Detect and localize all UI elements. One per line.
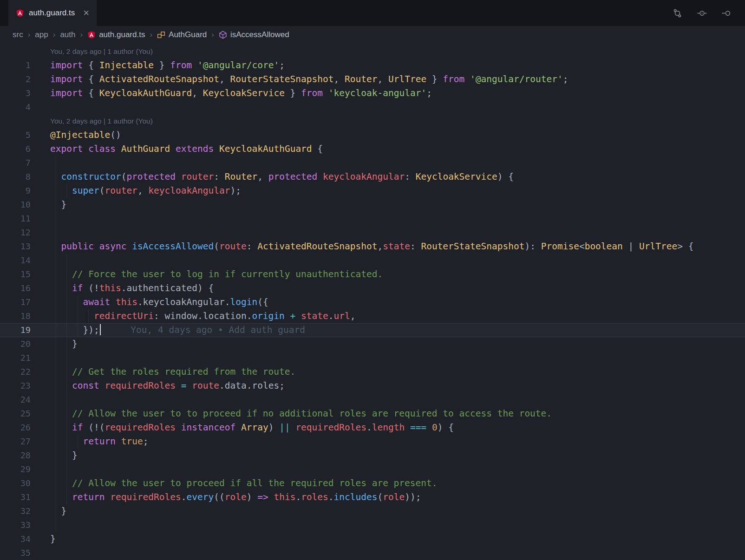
code-line[interactable]: 13 public async isAccessAllowed(route: A… (0, 240, 745, 254)
line-number[interactable]: 24 (0, 393, 31, 407)
code-line[interactable]: 16 if (!this.authenticated) { (0, 281, 745, 295)
code-line[interactable]: 8 constructor(protected router: Router, … (0, 170, 745, 184)
code-line[interactable]: 9 super(router, keycloakAngular); (0, 184, 745, 198)
code-line[interactable]: 4 (0, 100, 745, 114)
toggle-inline-blame-icon[interactable] (721, 8, 732, 19)
line-number[interactable]: 2 (0, 72, 31, 86)
open-changes-icon[interactable] (697, 8, 707, 19)
code-line[interactable]: 10 } (0, 198, 745, 212)
codelens-label[interactable]: You, 2 days ago | 1 author (You) (50, 47, 153, 55)
code-line[interactable]: 7 (0, 156, 745, 170)
line-number[interactable]: 14 (0, 254, 31, 267)
line-number[interactable]: 25 (0, 407, 31, 421)
breadcrumb-item-method[interactable]: isAccessAllowed (219, 30, 289, 39)
line-number[interactable]: 21 (0, 351, 31, 365)
line-number[interactable]: 4 (0, 100, 31, 114)
line-number[interactable]: 31 (0, 490, 31, 504)
line-number[interactable]: 3 (0, 86, 31, 100)
code-line[interactable]: 15 // Force the user to log in if curren… (0, 267, 745, 281)
line-number[interactable] (0, 114, 31, 128)
code-line[interactable]: 32 } (0, 504, 745, 518)
line-number[interactable]: 16 (0, 281, 31, 295)
line-number[interactable]: 35 (0, 546, 31, 560)
line-number[interactable]: 22 (0, 365, 31, 379)
breadcrumb-item-auth[interactable]: auth (60, 30, 75, 39)
code-token: class (88, 143, 116, 154)
line-number[interactable]: 29 (0, 462, 31, 476)
code-line[interactable]: 2import { ActivatedRouteSnapshot, Router… (0, 72, 745, 86)
close-icon[interactable]: × (83, 8, 89, 18)
line-number[interactable]: 34 (0, 532, 31, 546)
line-number[interactable]: 11 (0, 212, 31, 226)
code-line[interactable]: 12 (0, 226, 745, 240)
line-number[interactable]: 8 (0, 170, 31, 184)
line-number[interactable]: 19 (0, 323, 31, 337)
code-line[interactable]: 11 (0, 212, 745, 226)
code-line[interactable]: 26 if (!(requiredRoles instanceof Array)… (0, 421, 745, 435)
line-number[interactable]: 5 (0, 128, 31, 142)
line-number[interactable]: 10 (0, 198, 31, 212)
code-line[interactable]: 22 // Get the roles required from the ro… (0, 365, 745, 379)
code-token: role (225, 492, 247, 502)
line-number[interactable]: 32 (0, 504, 31, 518)
code-token: keycloakAngular (148, 185, 230, 196)
codelens-label[interactable]: You, 2 days ago | 1 author (You) (50, 117, 153, 125)
code-line[interactable]: 19 });You, 4 days ago • Add auth guard (0, 323, 745, 337)
line-number[interactable]: 15 (0, 267, 31, 281)
code-line[interactable]: 28 } (0, 449, 745, 462)
line-number[interactable]: 18 (0, 309, 31, 323)
codelens-row[interactable]: You, 2 days ago | 1 author (You) (0, 114, 745, 128)
breadcrumb-item-app[interactable]: app (35, 30, 48, 39)
line-number[interactable]: 28 (0, 449, 31, 462)
tab-auth-guard-ts[interactable]: auth.guard.ts × (8, 0, 97, 26)
code-text: } (50, 449, 745, 462)
code-token: } (50, 450, 78, 461)
code-token: ActivatedRouteSnapshot (99, 74, 219, 85)
code-token: if (72, 283, 83, 293)
code-line[interactable]: 23 const requiredRoles = route.data.role… (0, 379, 745, 393)
line-number[interactable]: 20 (0, 337, 31, 351)
breadcrumb-label: isAccessAllowed (230, 30, 289, 39)
code-line[interactable]: 18 redirectUri: window.location.origin +… (0, 309, 745, 323)
git-compare-icon[interactable] (672, 8, 683, 19)
code-line[interactable]: 33 (0, 518, 745, 532)
angular-icon (87, 31, 96, 39)
line-number[interactable]: 9 (0, 184, 31, 198)
line-number[interactable]: 33 (0, 518, 31, 532)
breadcrumb-item-file[interactable]: auth.guard.ts (87, 30, 145, 39)
line-number[interactable]: 23 (0, 379, 31, 393)
code-line[interactable]: 29 (0, 462, 745, 476)
code-token: ) (268, 422, 279, 433)
breadcrumb-item-class[interactable]: AuthGuard (157, 30, 207, 39)
code-line[interactable]: 34} (0, 532, 745, 546)
code-line[interactable]: 14 (0, 254, 745, 267)
line-number[interactable]: 1 (0, 59, 31, 72)
code-token: this (116, 297, 137, 307)
code-line[interactable]: 20 } (0, 337, 745, 351)
code-line[interactable]: 5@Injectable() (0, 128, 745, 142)
code-line[interactable]: 30 // Allow the user to proceed if all t… (0, 476, 745, 490)
line-number[interactable] (0, 45, 31, 59)
code-line[interactable]: 6export class AuthGuard extends Keycloak… (0, 142, 745, 156)
line-number[interactable]: 12 (0, 226, 31, 240)
code-line[interactable]: 35 (0, 546, 745, 560)
line-number[interactable]: 26 (0, 421, 31, 435)
code-line[interactable]: 21 (0, 351, 745, 365)
code-token: requiredRoles (105, 380, 176, 391)
code-token: === (410, 422, 426, 433)
code-line[interactable]: 24 (0, 393, 745, 407)
code-line[interactable]: 31 return requiredRoles.every((role) => … (0, 490, 745, 504)
code-line[interactable]: 1import { Injectable } from '@angular/co… (0, 59, 745, 72)
line-number[interactable]: 13 (0, 240, 31, 254)
line-number[interactable]: 30 (0, 476, 31, 490)
code-line[interactable]: 3import { KeycloakAuthGuard, KeycloakSer… (0, 86, 745, 100)
code-line[interactable]: 25 // Allow the user to to proceed if no… (0, 407, 745, 421)
line-number[interactable]: 27 (0, 435, 31, 449)
line-number[interactable]: 7 (0, 156, 31, 170)
codelens-row[interactable]: You, 2 days ago | 1 author (You) (0, 45, 745, 59)
code-line[interactable]: 27 return true; (0, 435, 745, 449)
code-line[interactable]: 17 await this.keycloakAngular.login({ (0, 295, 745, 309)
line-number[interactable]: 17 (0, 295, 31, 309)
line-number[interactable]: 6 (0, 142, 31, 156)
breadcrumb-item-src[interactable]: src (13, 30, 23, 39)
